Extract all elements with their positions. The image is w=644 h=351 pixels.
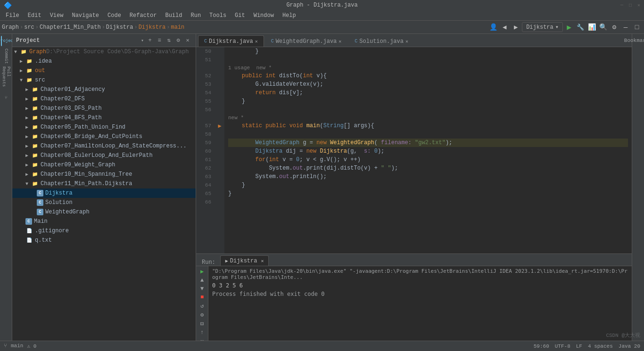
run-play-button[interactable]: ▶ xyxy=(198,268,207,275)
ch11-arrow: ▼ xyxy=(25,181,31,187)
run-button[interactable]: ▶ xyxy=(564,22,574,33)
tree-ch04[interactable]: ▶ 📁 Chapter04_BFS_Path xyxy=(12,113,196,122)
menu-file[interactable]: File xyxy=(2,11,23,20)
gutter-62 xyxy=(215,164,224,172)
sort-icon[interactable]: ⇅ xyxy=(165,36,173,45)
tab-run-dijkstra[interactable]: ▶ Dijkstra ✕ xyxy=(220,255,269,266)
intellij-logo: 🔷 xyxy=(4,1,12,9)
run-up-button[interactable]: ▲ xyxy=(198,277,207,284)
settings-button[interactable]: ⚙ xyxy=(609,22,619,33)
ch03-label: Chapter03_DFS_Path xyxy=(41,105,102,112)
tree-gitignore[interactable]: ▶ 📄 .gitignore xyxy=(12,226,196,236)
gutter-65 xyxy=(215,189,224,198)
tree-ch03[interactable]: ▶ 📁 Chapter03_DFS_Path xyxy=(12,104,196,113)
minimize-button[interactable]: ─ xyxy=(619,2,625,8)
tree-ch11[interactable]: ▼ 📁 Chapter11_Min_Path.Dijkstra xyxy=(12,179,196,188)
tab-weightedgraph[interactable]: C WeightedGraph.java ✕ xyxy=(265,35,348,47)
editor-area: C Dijkstra.java ✕ C WeightedGraph.java ✕… xyxy=(196,34,632,341)
add-icon[interactable]: + xyxy=(146,36,154,45)
breadcrumb-src[interactable]: src xyxy=(24,24,34,31)
tree-idea[interactable]: ▶ 📁 .idea xyxy=(12,57,196,66)
back-button[interactable]: ◀ xyxy=(499,22,510,33)
breadcrumb-main[interactable]: main xyxy=(171,24,184,31)
dijkstra-tab-close[interactable]: ✕ xyxy=(255,39,258,44)
build-button[interactable]: 🔧 xyxy=(575,22,586,33)
run-stop-button[interactable]: ■ xyxy=(198,294,207,301)
tree-ch06[interactable]: ▶ 📁 Chapter06_Bridge_And_CutPoints xyxy=(12,132,196,141)
tab-bar: C Dijkstra.java ✕ C WeightedGraph.java ✕… xyxy=(196,34,632,47)
breadcrumb-chapter[interactable]: Chapter11_Min_Path xyxy=(40,24,101,31)
search-everywhere-button[interactable]: 🔍 xyxy=(598,22,608,33)
menu-help[interactable]: Help xyxy=(279,11,300,20)
maximize-button[interactable]: □ xyxy=(627,2,634,8)
menu-window[interactable]: Window xyxy=(250,11,278,20)
menu-code[interactable]: Code xyxy=(104,11,125,20)
tree-dijkstra[interactable]: ▶ C Dijkstra xyxy=(12,188,196,198)
tree-ch07[interactable]: ▶ 📁 Chapter07_HamiltonLoop_And_StateComp… xyxy=(12,141,196,151)
window-title: Graph - Dijkstra.java xyxy=(286,2,357,8)
ch06-label: Chapter06_Bridge_And_CutPoints xyxy=(41,133,142,140)
tab-solution[interactable]: C Solution.java ✕ xyxy=(348,35,414,47)
tree-ch09[interactable]: ▶ 📁 Chapter09_Weight_Graph xyxy=(12,160,196,170)
tree-out[interactable]: ▶ 📁 out xyxy=(12,66,196,75)
run-config-selector[interactable]: Dijkstra ▾ xyxy=(522,22,563,32)
coverage-button[interactable]: 📊 xyxy=(586,22,597,33)
ch11-label: Chapter11_Min_Path.Dijkstra xyxy=(41,180,132,187)
menu-tools[interactable]: Tools xyxy=(206,11,230,20)
tree-root[interactable]: ▼ 📁 Graph D:\Project Source Code\DS-Grap… xyxy=(12,47,196,57)
tree-solution[interactable]: ▶ C Solution xyxy=(12,198,196,207)
breadcrumb-dijkstra-class[interactable]: Dijkstra xyxy=(139,24,166,31)
java-version: Java 20 xyxy=(619,343,640,349)
menu-build[interactable]: Build xyxy=(161,11,186,20)
tree-ch01[interactable]: ▶ 📁 Chapter01_Adjacency xyxy=(12,85,196,94)
breadcrumb-graph[interactable]: Graph xyxy=(2,24,19,31)
tree-main[interactable]: ▶ C Main xyxy=(12,217,196,226)
menu-run[interactable]: Run xyxy=(187,11,205,20)
run-side-buttons: ▶ ▲ ▼ ■ ↺ ⚙ ⊟ ↑ ✕ xyxy=(196,266,208,341)
tree-ch08[interactable]: ▶ 📁 Chapter08_EulerLoop_And_EulerPath xyxy=(12,151,196,160)
tree-ch02[interactable]: ▶ 📁 Chapter02_DFS xyxy=(12,94,196,104)
run-dijkstra-tab-close[interactable]: ✕ xyxy=(261,258,264,264)
menu-refactor[interactable]: Refactor xyxy=(126,11,161,20)
menu-edit[interactable]: Edit xyxy=(24,11,45,20)
settings-panel-icon[interactable]: ⚙ xyxy=(174,36,182,45)
pull-requests-icon[interactable]: Pull Requests xyxy=(1,72,11,82)
close-panel-icon[interactable]: ✕ xyxy=(183,36,192,45)
breadcrumb-dijkstra-folder[interactable]: Dijkstra xyxy=(106,24,133,31)
commit-icon[interactable]: Commit xyxy=(1,51,11,61)
run-rerun-button[interactable]: ↺ xyxy=(198,302,207,310)
code-content[interactable]: } 1 usage new * public int distTo(int v)… xyxy=(224,47,632,253)
solution-tab-close[interactable]: ✕ xyxy=(405,39,408,44)
restore-btn[interactable]: □ xyxy=(632,22,642,33)
bookmarks-icon[interactable]: Bookmarks xyxy=(634,36,643,45)
tree-ch10[interactable]: ▶ 📁 Chapter10_Min_Spanning_Tree xyxy=(12,170,196,179)
editor-gutter: ▶ xyxy=(215,47,224,253)
line-59: 59 xyxy=(196,139,215,147)
gutter-64 xyxy=(215,181,224,189)
tree-ch05[interactable]: ▶ 📁 Chapter05_Path_Union_Find xyxy=(12,122,196,132)
forward-button[interactable]: ▶ xyxy=(511,22,521,33)
ch04-label: Chapter04_BFS_Path xyxy=(41,114,102,121)
tree-weightedgraph[interactable]: ▶ C WeightedGraph xyxy=(12,207,196,217)
code-line-64: } xyxy=(228,181,628,189)
tab-dijkstra[interactable]: C Dijkstra.java ✕ xyxy=(198,35,264,47)
collapse-all-icon[interactable]: ≡ xyxy=(155,36,164,45)
wg-tab-close[interactable]: ✕ xyxy=(339,39,341,44)
close-button[interactable]: ✕ xyxy=(636,2,642,8)
tree-src[interactable]: ▼ 📁 src xyxy=(12,75,196,85)
dijkstra-label: Dijkstra xyxy=(45,190,73,196)
run-down-button[interactable]: ▼ xyxy=(198,286,207,292)
menu-navigate[interactable]: Navigate xyxy=(68,11,103,20)
menu-view[interactable]: View xyxy=(46,11,67,20)
git-icon[interactable]: ⑂ xyxy=(1,92,11,103)
project-icon[interactable]: Project xyxy=(1,36,11,46)
profile-button[interactable]: 👤 xyxy=(488,22,498,33)
line-56: 56 xyxy=(196,106,215,114)
run-settings-button[interactable]: ⚙ xyxy=(198,311,207,318)
menu-git[interactable]: Git xyxy=(231,11,249,20)
run-export-button[interactable]: ↑ xyxy=(198,329,207,336)
line-66: 66 xyxy=(196,198,215,206)
minimize-tool-btn[interactable]: — xyxy=(620,22,631,33)
tree-qtxt[interactable]: ▶ 📄 q.txt xyxy=(12,236,196,245)
run-layout-button[interactable]: ⊟ xyxy=(198,320,207,327)
